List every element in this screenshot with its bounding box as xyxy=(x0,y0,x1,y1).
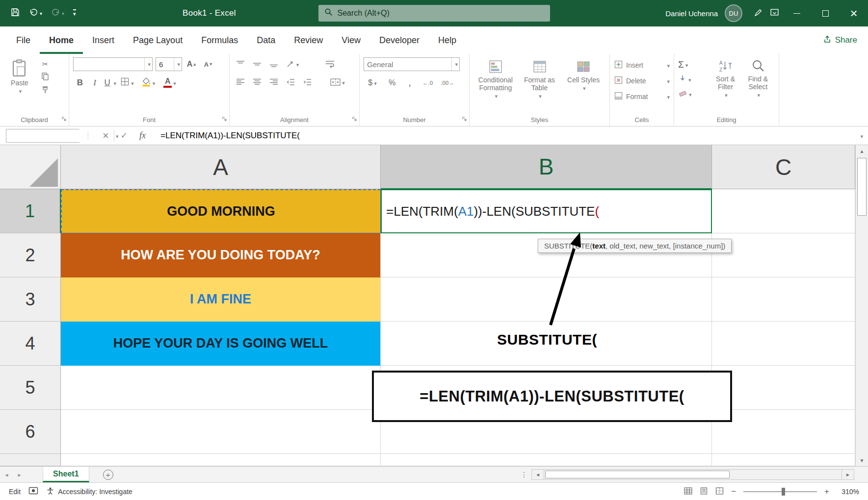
cell-styles-button[interactable]: Cell Styles xyxy=(561,57,605,113)
clear-button[interactable] xyxy=(678,87,710,101)
ink-button[interactable] xyxy=(750,4,766,22)
merge-center-dropdown-icon[interactable] xyxy=(341,78,345,87)
accessibility-status[interactable]: Accessibility: Investigate xyxy=(46,487,132,497)
row-header-7-partial[interactable] xyxy=(0,454,61,466)
horizontal-scrollbar-thumb[interactable] xyxy=(545,471,730,478)
sort-filter-dropdown-icon[interactable] xyxy=(723,91,728,99)
tab-insert[interactable]: Insert xyxy=(83,26,124,54)
middle-align-button[interactable] xyxy=(250,57,264,71)
select-all-button[interactable] xyxy=(0,145,61,189)
bottom-align-button[interactable] xyxy=(267,57,281,71)
borders-dropdown-icon[interactable] xyxy=(130,78,134,87)
fill-dropdown-icon[interactable] xyxy=(687,75,691,84)
sheet-nav-right-icon[interactable]: ▸ xyxy=(13,471,26,478)
sheet-nav-left-icon[interactable]: ◂ xyxy=(0,471,13,478)
underline-dropdown-icon[interactable] xyxy=(112,78,116,87)
cancel-button[interactable]: × xyxy=(97,129,115,142)
font-name-combobox[interactable] xyxy=(73,57,153,71)
cell-c5[interactable] xyxy=(712,366,855,410)
tab-page-layout[interactable]: Page Layout xyxy=(124,26,192,54)
page-layout-view-icon[interactable] xyxy=(700,487,708,496)
font-size-combobox[interactable] xyxy=(156,57,182,71)
number-format-combobox[interactable] xyxy=(364,57,460,71)
formula-bar-separator[interactable]: ⋮ xyxy=(84,131,92,140)
sheet-tab-sheet1[interactable]: Sheet1 xyxy=(43,467,89,482)
bold-button[interactable]: B xyxy=(73,76,87,89)
number-format-input[interactable] xyxy=(364,60,451,69)
number-format-dropdown-icon[interactable] xyxy=(451,58,459,71)
fill-color-dropdown-icon[interactable] xyxy=(151,78,156,87)
insert-dropdown-icon[interactable] xyxy=(665,61,670,70)
align-left-button[interactable] xyxy=(234,75,247,89)
zoom-in-icon[interactable] xyxy=(824,487,829,497)
conditional-formatting-dropdown-icon[interactable] xyxy=(494,92,498,100)
percent-style-button[interactable]: % xyxy=(385,76,399,89)
cell-a5[interactable] xyxy=(61,366,381,410)
font-dialog-launcher-icon[interactable] xyxy=(222,115,227,124)
orientation-dropdown-icon[interactable] xyxy=(295,60,299,69)
enter-button[interactable]: ✓ xyxy=(115,130,133,141)
cell-b7-partial[interactable] xyxy=(381,454,712,466)
conditional-formatting-button[interactable]: Conditional Formatting xyxy=(473,57,518,113)
column-header-b[interactable]: B xyxy=(381,145,712,189)
font-size-input[interactable] xyxy=(156,60,174,69)
cut-button[interactable]: ✂ xyxy=(38,57,52,71)
borders-button[interactable] xyxy=(117,76,137,89)
save-button[interactable] xyxy=(7,4,24,22)
undo-button[interactable] xyxy=(26,4,46,22)
hscroll-right-icon[interactable]: ▸ xyxy=(842,469,854,480)
cell-styles-dropdown-icon[interactable] xyxy=(581,84,586,92)
decrease-font-size-button[interactable]: A▼ xyxy=(202,58,215,71)
row-header-1[interactable]: 1 xyxy=(0,189,61,233)
cell-a7-partial[interactable] xyxy=(61,454,381,466)
insert-cells-button[interactable]: Insert xyxy=(614,57,670,73)
wrap-text-button[interactable] xyxy=(317,57,342,71)
undo-dropdown-icon[interactable] xyxy=(40,11,42,16)
cell-c7-partial[interactable] xyxy=(712,454,855,466)
format-as-table-dropdown-icon[interactable] xyxy=(537,92,542,100)
share-button[interactable]: Share xyxy=(823,26,857,54)
cell-a3[interactable]: I AM FINE xyxy=(61,277,381,322)
font-name-dropdown-icon[interactable] xyxy=(144,58,152,71)
clipboard-dialog-launcher-icon[interactable] xyxy=(61,115,67,124)
column-header-a[interactable]: A xyxy=(61,145,381,189)
horizontal-scrollbar[interactable] xyxy=(544,469,842,480)
increase-decimal-button[interactable]: ←.0 xyxy=(421,80,435,86)
autosum-button[interactable]: Σ xyxy=(678,57,710,72)
find-select-button[interactable]: Find & Select xyxy=(741,57,775,113)
tab-formulas[interactable]: Formulas xyxy=(192,26,247,54)
maximize-button[interactable] xyxy=(811,0,840,26)
row-header-5[interactable]: 5 xyxy=(0,366,61,410)
tab-scrollbar-divider[interactable]: ⋮ xyxy=(517,471,531,478)
cell-a4[interactable]: HOPE YOUR DAY IS GOING WELL xyxy=(61,322,381,366)
redo-dropdown-icon[interactable] xyxy=(62,11,64,16)
cell-c2[interactable] xyxy=(712,233,855,277)
clear-dropdown-icon[interactable] xyxy=(687,90,692,99)
column-header-c[interactable]: C xyxy=(712,145,855,189)
minimize-button[interactable] xyxy=(783,0,811,26)
orientation-button[interactable] xyxy=(284,57,301,71)
cell-a6[interactable] xyxy=(61,410,381,454)
decrease-decimal-button[interactable]: .00→ xyxy=(439,80,456,86)
tab-file[interactable]: File xyxy=(7,26,40,54)
fill-button[interactable] xyxy=(678,72,710,87)
macro-record-icon[interactable] xyxy=(28,487,38,496)
zoom-out-icon[interactable] xyxy=(731,487,736,497)
hscroll-left-icon[interactable]: ◂ xyxy=(531,469,544,480)
vertical-scrollbar[interactable]: ▲ ▼ xyxy=(855,145,868,466)
search-box[interactable] xyxy=(318,5,550,22)
row-header-2[interactable]: 2 xyxy=(0,233,61,277)
cell-c4[interactable] xyxy=(712,322,855,366)
copy-button[interactable] xyxy=(38,71,52,84)
accounting-format-button[interactable]: $ xyxy=(364,76,381,89)
formula-input[interactable]: =LEN(TRIM(A1))-LEN(SUBSTITUTE( xyxy=(160,131,300,141)
customize-qat-button[interactable] xyxy=(70,4,79,22)
font-size-dropdown-icon[interactable] xyxy=(174,58,182,71)
format-as-table-button[interactable]: Format as Table xyxy=(518,57,562,113)
tab-help[interactable]: Help xyxy=(429,26,466,54)
avatar[interactable]: DU xyxy=(725,4,742,22)
cell-a1[interactable]: GOOD MORNING xyxy=(61,189,381,233)
tab-data[interactable]: Data xyxy=(247,26,285,54)
number-dialog-launcher-icon[interactable] xyxy=(462,115,467,124)
delete-cells-button[interactable]: Delete xyxy=(614,73,670,89)
